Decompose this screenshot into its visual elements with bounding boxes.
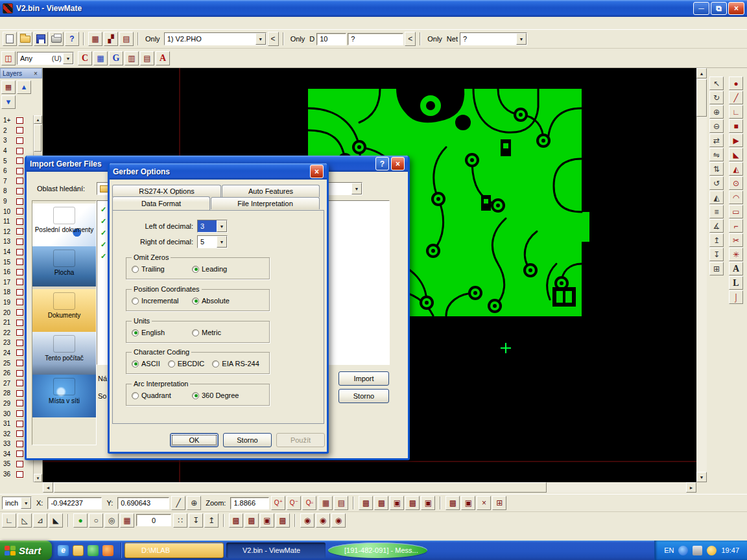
layer-row[interactable]: 35 [0,459,34,469]
layer-color-box[interactable] [16,178,23,184]
dropdown-arrow-icon[interactable]: ▼ [351,183,362,194]
mark-grid-icon[interactable]: ⊞ [492,496,506,510]
text-tool-icon[interactable]: A [729,262,743,275]
redraw-icon[interactable]: ↻ [709,91,724,104]
draw-circle-icon[interactable]: ⊙ [729,176,743,190]
context-help-icon[interactable]: ? [65,32,79,46]
dcode-pattern-1-icon[interactable]: ▩ [359,496,373,510]
layer-select[interactable]: 1) V2.PHO ▼ [164,32,267,45]
dcode-pattern-3-icon[interactable]: ▣ [390,496,404,510]
draw-triangle-icon[interactable]: ◣ [729,148,743,161]
ruler-corner-2-icon[interactable]: ◺ [18,513,32,528]
menu-item[interactable] [12,22,22,25]
title-bar[interactable]: V2.bin - ViewMate ─ ⧉ × [0,0,747,17]
draw-rect-icon[interactable]: ▭ [729,205,743,218]
circle-tool-icon[interactable]: C [78,51,92,65]
scroll-right-icon[interactable]: ► [686,482,696,493]
dropdown-arrow-icon[interactable]: ▼ [63,52,73,64]
net-pattern-2-icon[interactable]: ▣ [461,496,475,510]
menu-item[interactable] [53,22,64,25]
gerber-tool-icon[interactable]: G [109,51,123,65]
pad-pattern-3-icon[interactable]: ▣ [260,513,274,528]
tab-rs274x-options[interactable]: RS274-X Options [112,185,221,197]
taskbar-clock[interactable]: 19:47 [721,546,739,554]
layer-color-box[interactable] [16,279,23,285]
grid-value-field[interactable]: 0 [136,514,171,526]
layer-color-box[interactable] [16,329,23,336]
dropdown-arrow-icon[interactable]: ▼ [255,33,266,45]
menu-item[interactable] [64,22,74,25]
layer-color-box[interactable] [16,360,23,366]
layer-color-box[interactable] [16,259,23,265]
layer-row[interactable]: 3 [0,135,34,146]
layer-row[interactable]: 4 [0,146,34,156]
previous-layer-button[interactable]: < [268,32,279,46]
table-view-icon[interactable]: ▤ [334,496,348,510]
zoom-in-icon[interactable]: ⊕ [709,105,724,119]
zoom-window-button[interactable]: Q▫ [302,496,316,510]
scroll-left-icon[interactable]: ◄ [43,482,53,493]
net-select[interactable]: ? ▼ [460,32,527,45]
frame-tool-icon[interactable]: ⌡ [729,290,743,304]
ruler-corner-4-icon[interactable]: ◣ [49,513,63,528]
layer-color-box[interactable] [16,148,23,154]
dcode-marks-icon[interactable]: ▞ [104,32,118,46]
firefox-quick-launch-icon[interactable] [102,545,113,556]
dcode-pattern-2-icon[interactable]: ▩ [374,496,388,510]
circle-outline-icon[interactable]: ○ [89,513,103,528]
snap-grid-icon[interactable]: ⊞ [709,262,724,275]
layer-color-box[interactable] [16,410,23,417]
folder-quick-launch-icon[interactable] [73,545,84,556]
horizontal-scrollbar[interactable]: ◄ ► [43,482,696,493]
aperture-tool-icon[interactable]: A [156,51,170,65]
layer-color-box[interactable] [16,471,23,478]
scrollbar-thumb[interactable] [54,482,547,493]
draw-filled-rect-icon[interactable]: ■ [729,119,743,133]
only-dcode-toggle[interactable]: Only [288,35,308,43]
radio-option[interactable]: English [132,329,192,336]
dot-grid-icon[interactable]: ∷ [173,513,187,528]
save-icon[interactable] [34,32,48,46]
shield-quick-launch-icon[interactable] [88,545,99,556]
layer-color-box[interactable] [16,441,23,447]
layer-color-box[interactable] [16,269,23,275]
x-coordinate-field[interactable]: -0.942237 [47,497,102,509]
layer-color-box[interactable] [16,249,23,255]
gerber-close-button[interactable]: × [310,165,324,178]
dropdown-arrow-icon[interactable]: ▼ [217,236,227,248]
layer-color-box[interactable] [16,127,23,134]
menu-item[interactable] [22,22,32,25]
only-layer-toggle[interactable]: Only [143,35,163,43]
ruler-corner-3-icon[interactable]: ⊿ [33,513,47,528]
vertical-scrollbar[interactable]: ▲ ▼ [696,68,707,482]
new-file-icon[interactable] [3,32,17,46]
radio-option[interactable]: EIA RS-244 [212,360,259,368]
pad-pattern-2-icon[interactable]: ▩ [244,513,259,528]
measure-distance-icon[interactable]: ╱ [171,496,185,510]
scrollbar-thumb[interactable] [696,79,707,117]
flip-vertical-icon[interactable]: ⇅ [709,162,724,176]
layer-color-box[interactable] [16,198,23,205]
draw-corner-icon[interactable]: ⌐ [729,219,743,233]
layers-panel-header[interactable]: Layers × [0,68,42,78]
layer-color-box[interactable] [16,117,23,124]
radio-option[interactable]: Trailing [132,265,192,273]
layer-row[interactable]: 36 [0,469,34,480]
task-viewmate[interactable]: V2.bin - ViewMate [226,542,326,558]
layer-color-box[interactable] [16,208,23,215]
flash-dot-2-icon[interactable]: ◉ [316,513,330,528]
align-icon[interactable]: ≡ [709,205,724,218]
menu-item[interactable] [32,22,43,25]
layer-color-box[interactable] [16,430,23,437]
move-down-layer-icon[interactable]: ↧ [709,248,724,261]
tab-file-interpretation[interactable]: File Interpretation [211,197,320,209]
ie-quick-launch-icon[interactable]: e [58,545,69,556]
star-tool-icon[interactable]: ✳ [729,248,743,261]
cancel-button[interactable]: Storno [223,433,272,447]
place-documents[interactable]: Dokumenty [32,289,96,332]
layer-color-box[interactable] [16,370,23,377]
measure-angle-icon[interactable]: ∡ [709,219,724,233]
open-file-icon[interactable] [18,32,32,46]
layer-row[interactable]: 1+ [0,115,34,126]
net-pattern-1-icon[interactable]: ▩ [445,496,460,510]
